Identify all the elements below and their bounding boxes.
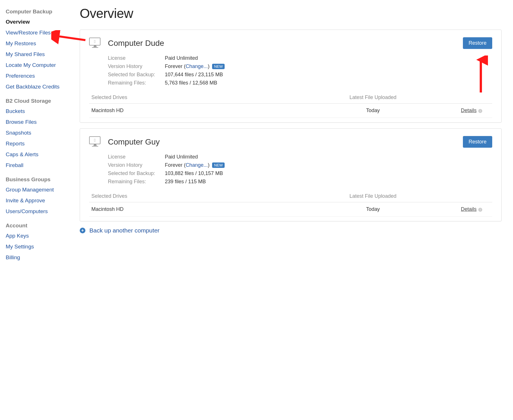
- apple-icon: : [94, 138, 95, 142]
- sidebar-item-label: View/Restore Files: [6, 30, 51, 36]
- sidebar-item-label: Get Backblaze Credits: [6, 84, 59, 90]
- col-drives: Selected Drives: [91, 193, 285, 199]
- value-license: Paid Unlimited: [165, 55, 492, 61]
- sidebar-item-group-mgmt[interactable]: Group Management: [6, 187, 80, 193]
- computer-icon: : [89, 136, 101, 148]
- value-selected: 107,644 files / 23,115 MB: [165, 72, 492, 78]
- change-link[interactable]: Change...: [186, 162, 208, 168]
- new-badge: NEW: [212, 64, 225, 69]
- sidebar-item-label: Group Management: [6, 187, 54, 193]
- sidebar-section-computer-backup: Computer Backup: [6, 9, 80, 15]
- change-link[interactable]: Change...: [186, 63, 208, 69]
- sidebar-item-reports[interactable]: Reports: [6, 141, 80, 147]
- sidebar-item-label: App Keys: [6, 233, 29, 239]
- value-version-history: Forever (Change...) NEW: [165, 63, 492, 69]
- value-remaining: 239 files / 115 MB: [165, 179, 492, 185]
- drives-header: Selected Drives Latest File Uploaded: [89, 193, 492, 202]
- sidebar-item-credits[interactable]: Get Backblaze Credits: [6, 84, 80, 90]
- computer-card:  Computer Dude Restore License Paid Unl…: [80, 30, 502, 123]
- sidebar-item-label: Browse Files: [6, 119, 37, 125]
- sidebar-item-snapshots[interactable]: Snapshots: [6, 130, 80, 136]
- drive-row: Macintosh HD Today Detailsi: [89, 202, 492, 217]
- backup-another-link[interactable]: + Back up another computer: [80, 227, 502, 234]
- backup-another-label: Back up another computer: [89, 227, 159, 234]
- sidebar-item-preferences[interactable]: Preferences: [6, 73, 80, 79]
- label-selected: Selected for Backup:: [108, 72, 165, 78]
- sidebar-item-billing[interactable]: Billing: [6, 254, 80, 261]
- sidebar-section-account: Account: [6, 223, 80, 229]
- sidebar-item-label: Snapshots: [6, 130, 31, 136]
- label-license: License: [108, 55, 165, 61]
- card-header:  Computer Dude Restore: [89, 37, 492, 49]
- version-history-text: Forever: [165, 162, 182, 168]
- drive-uploaded: Today: [285, 206, 461, 212]
- label-version-history: Version History: [108, 63, 165, 69]
- sidebar-item-fireball[interactable]: Fireball: [6, 162, 80, 168]
- sidebar-item-users-computers[interactable]: Users/Computers: [6, 208, 80, 215]
- col-upload: Latest File Uploaded: [285, 193, 461, 199]
- value-license: Paid Unlimited: [165, 154, 492, 160]
- value-selected: 103,882 files / 10,157 MB: [165, 170, 492, 176]
- sidebar-item-label: Billing: [6, 254, 20, 260]
- sidebar-item-my-shared-files[interactable]: My Shared Files: [6, 51, 80, 57]
- card-header:  Computer Guy Restore: [89, 136, 492, 148]
- sidebar-item-label: Locate My Computer: [6, 62, 56, 68]
- details-link[interactable]: Details: [461, 108, 477, 113]
- info-icon[interactable]: i: [478, 109, 482, 113]
- plus-circle-icon: +: [80, 228, 85, 233]
- sidebar-item-label: Preferences: [6, 73, 35, 79]
- computer-name: Computer Guy: [108, 137, 160, 147]
- sidebar: Computer Backup Overview View/Restore Fi…: [6, 6, 80, 265]
- sidebar-item-overview[interactable]: Overview: [6, 19, 80, 25]
- sidebar-item-view-restore[interactable]: View/Restore Files: [6, 30, 80, 36]
- label-remaining: Remaining Files:: [108, 80, 165, 86]
- sidebar-item-label: My Restores: [6, 40, 36, 46]
- computer-info: License Paid Unlimited Version History F…: [108, 154, 492, 185]
- page-title: Overview: [80, 6, 502, 21]
- label-license: License: [108, 154, 165, 160]
- sidebar-section-business: Business Groups: [6, 176, 80, 183]
- sidebar-item-label: Users/Computers: [6, 208, 48, 214]
- value-remaining: 5,763 files / 12,568 MB: [165, 80, 492, 86]
- computer-icon: : [89, 38, 101, 49]
- details-link[interactable]: Details: [461, 206, 477, 212]
- drive-name: Macintosh HD: [91, 206, 285, 212]
- apple-icon: : [94, 39, 95, 44]
- sidebar-item-label: My Shared Files: [6, 51, 45, 57]
- sidebar-item-browse-files[interactable]: Browse Files: [6, 119, 80, 125]
- info-icon[interactable]: i: [478, 208, 482, 212]
- label-remaining: Remaining Files:: [108, 179, 165, 185]
- drives-header: Selected Drives Latest File Uploaded: [89, 94, 492, 104]
- computer-card:  Computer Guy Restore License Paid Unli…: [80, 128, 502, 221]
- col-drives: Selected Drives: [91, 94, 285, 100]
- label-selected: Selected for Backup:: [108, 170, 165, 176]
- sidebar-item-label: Reports: [6, 141, 25, 147]
- drive-uploaded: Today: [285, 108, 461, 114]
- computer-name: Computer Dude: [108, 39, 164, 48]
- sidebar-item-locate-computer[interactable]: Locate My Computer: [6, 62, 80, 68]
- value-version-history: Forever (Change...) NEW: [165, 162, 492, 168]
- sidebar-item-my-restores[interactable]: My Restores: [6, 40, 80, 47]
- sidebar-item-label: Caps & Alerts: [6, 151, 38, 157]
- restore-button[interactable]: Restore: [463, 37, 492, 49]
- sidebar-section-b2: B2 Cloud Storage: [6, 98, 80, 104]
- sidebar-item-label: Invite & Approve: [6, 197, 45, 203]
- sidebar-item-label: Buckets: [6, 108, 25, 114]
- restore-button[interactable]: Restore: [463, 136, 492, 148]
- sidebar-item-label: My Settings: [6, 244, 34, 250]
- sidebar-item-invite-approve[interactable]: Invite & Approve: [6, 197, 80, 204]
- label-version-history: Version History: [108, 162, 165, 168]
- col-upload: Latest File Uploaded: [285, 94, 461, 100]
- sidebar-item-buckets[interactable]: Buckets: [6, 108, 80, 114]
- sidebar-item-caps-alerts[interactable]: Caps & Alerts: [6, 151, 80, 158]
- drive-name: Macintosh HD: [91, 108, 285, 114]
- main-content: Overview  Computer Dude Restore License…: [80, 6, 502, 265]
- sidebar-item-label: Overview: [6, 19, 30, 25]
- sidebar-item-my-settings[interactable]: My Settings: [6, 244, 80, 250]
- sidebar-item-label: Fireball: [6, 162, 23, 168]
- sidebar-item-app-keys[interactable]: App Keys: [6, 233, 80, 239]
- drive-row: Macintosh HD Today Detailsi: [89, 104, 492, 118]
- new-badge: NEW: [212, 162, 225, 168]
- computer-info: License Paid Unlimited Version History F…: [108, 55, 492, 86]
- version-history-text: Forever: [165, 63, 182, 69]
